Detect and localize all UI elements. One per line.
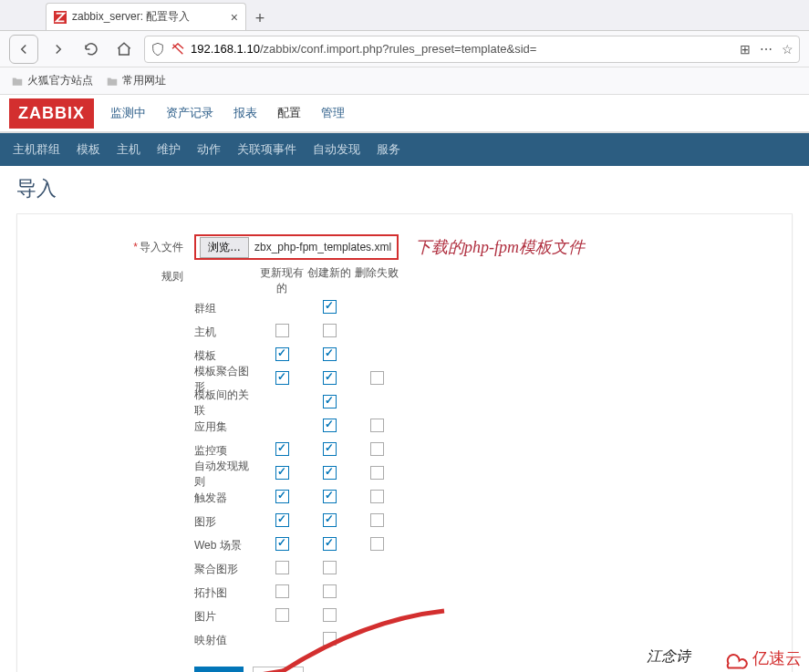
checkbox[interactable] bbox=[275, 324, 289, 337]
menu-inventory[interactable]: 资产记录 bbox=[166, 105, 213, 121]
rule-label: 应用集 bbox=[194, 419, 258, 435]
rule-row: 主机 bbox=[194, 320, 400, 344]
rule-label: 监控项 bbox=[194, 443, 258, 459]
submenu-services[interactable]: 服务 bbox=[377, 141, 400, 158]
close-tab-icon[interactable]: × bbox=[231, 10, 238, 25]
checkbox[interactable] bbox=[275, 584, 289, 598]
checkbox[interactable] bbox=[370, 513, 384, 527]
import-button[interactable]: 导入 bbox=[194, 667, 244, 672]
checkbox[interactable] bbox=[323, 608, 337, 622]
rule-label: 聚合图形 bbox=[194, 562, 258, 577]
browser-tab-strip: zabbix_server: 配置导入 × + bbox=[0, 0, 809, 31]
checkbox[interactable] bbox=[275, 442, 289, 456]
site-slash-icon bbox=[171, 42, 185, 57]
checkbox[interactable] bbox=[370, 537, 384, 551]
checkbox[interactable] bbox=[323, 466, 337, 480]
checkbox[interactable] bbox=[370, 490, 384, 503]
folder-icon bbox=[11, 75, 24, 88]
rule-label: 映射值 bbox=[194, 633, 258, 648]
file-name: zbx_php-fpm_templates.xml bbox=[253, 241, 397, 253]
back-button[interactable] bbox=[9, 35, 38, 64]
checkbox[interactable] bbox=[323, 584, 337, 598]
top-menu: 监测中 资产记录 报表 配置 管理 bbox=[110, 105, 345, 121]
checkbox[interactable] bbox=[323, 632, 337, 646]
folder-icon bbox=[106, 75, 119, 88]
checkbox[interactable] bbox=[323, 442, 337, 456]
submenu-correlation[interactable]: 关联项事件 bbox=[237, 141, 296, 158]
submenu-discovery[interactable]: 自动发现 bbox=[313, 141, 360, 158]
checkbox[interactable] bbox=[275, 371, 289, 385]
rule-label: 触发器 bbox=[194, 491, 258, 506]
checkbox[interactable] bbox=[275, 490, 289, 503]
checkbox[interactable] bbox=[275, 347, 289, 361]
checkbox[interactable] bbox=[323, 537, 337, 551]
rule-row: 群组 bbox=[194, 296, 400, 320]
rule-label: 模板间的关联 bbox=[194, 388, 258, 419]
rule-row: 图片 bbox=[194, 605, 400, 628]
browse-button[interactable]: 浏览… bbox=[200, 237, 249, 258]
rule-row: 图形 bbox=[194, 510, 400, 533]
url-text: 192.168.1.10/zabbix/conf.import.php?rule… bbox=[191, 42, 734, 56]
checkbox[interactable] bbox=[323, 561, 337, 574]
home-button[interactable] bbox=[111, 36, 137, 62]
bookmark-item[interactable]: 火狐官方站点 bbox=[11, 73, 93, 88]
checkbox[interactable] bbox=[323, 419, 337, 432]
checkbox[interactable] bbox=[275, 608, 289, 622]
submenu-templates[interactable]: 模板 bbox=[77, 141, 100, 158]
button-row: 导入 取消 bbox=[194, 667, 400, 672]
cancel-button[interactable]: 取消 bbox=[253, 667, 304, 672]
checkbox[interactable] bbox=[323, 324, 337, 337]
checkbox[interactable] bbox=[323, 371, 337, 385]
page-title: 导入 bbox=[16, 175, 793, 202]
rule-label: 图形 bbox=[194, 514, 258, 530]
bookmark-star-icon[interactable]: ☆ bbox=[782, 42, 793, 57]
file-input-box[interactable]: 浏览… zbx_php-fpm_templates.xml bbox=[194, 234, 399, 260]
rule-label: 自动发现规则 bbox=[194, 459, 258, 490]
rules-label: 规则 bbox=[39, 265, 194, 284]
new-tab-button[interactable]: + bbox=[246, 9, 274, 30]
forward-button[interactable] bbox=[46, 36, 71, 62]
bookmark-item[interactable]: 常用网址 bbox=[106, 73, 166, 88]
zabbix-favicon-icon bbox=[54, 11, 67, 24]
submenu-actions[interactable]: 动作 bbox=[197, 141, 221, 158]
checkbox[interactable] bbox=[370, 419, 384, 432]
checkbox[interactable] bbox=[370, 466, 384, 480]
rule-headers: 更新现有的 创建新的 删除失败 bbox=[258, 265, 400, 296]
zabbix-top-bar: ZABBIX 监测中 资产记录 报表 配置 管理 bbox=[0, 95, 809, 133]
checkbox[interactable] bbox=[323, 513, 337, 527]
rule-label: 模板 bbox=[194, 348, 258, 364]
checkbox[interactable] bbox=[323, 300, 337, 314]
submenu-hosts[interactable]: 主机 bbox=[117, 141, 140, 158]
watermark-logo: 亿速云 bbox=[720, 646, 802, 670]
rule-label: 图片 bbox=[194, 609, 258, 625]
qr-icon[interactable]: ⊞ bbox=[740, 42, 751, 57]
checkbox[interactable] bbox=[275, 513, 289, 527]
menu-monitoring[interactable]: 监测中 bbox=[110, 105, 146, 121]
menu-reports[interactable]: 报表 bbox=[233, 105, 257, 121]
reload-button[interactable] bbox=[78, 36, 104, 62]
browser-navbar: 192.168.1.10/zabbix/conf.import.php?rule… bbox=[0, 31, 809, 67]
checkbox[interactable] bbox=[323, 395, 337, 408]
browser-tab[interactable]: zabbix_server: 配置导入 × bbox=[46, 3, 246, 30]
submenu-hostgroups[interactable]: 主机群组 bbox=[13, 141, 60, 158]
checkbox[interactable] bbox=[323, 490, 337, 503]
url-bar[interactable]: 192.168.1.10/zabbix/conf.import.php?rule… bbox=[144, 36, 800, 63]
zabbix-sub-menu: 主机群组 模板 主机 维护 动作 关联项事件 自动发现 服务 bbox=[0, 133, 809, 166]
zabbix-logo[interactable]: ZABBIX bbox=[9, 98, 94, 129]
menu-administration[interactable]: 管理 bbox=[321, 105, 345, 121]
checkbox[interactable] bbox=[323, 347, 337, 361]
checkbox[interactable] bbox=[275, 466, 289, 480]
checkbox[interactable] bbox=[370, 371, 384, 385]
rule-row: 触发器 bbox=[194, 486, 400, 510]
checkbox[interactable] bbox=[275, 561, 289, 574]
more-actions-icon[interactable]: ⋯ bbox=[760, 42, 773, 57]
rule-label: 拓扑图 bbox=[194, 585, 258, 601]
tab-title: zabbix_server: 配置导入 bbox=[72, 9, 190, 25]
checkbox[interactable] bbox=[275, 537, 289, 551]
rule-row: 映射值 bbox=[194, 628, 400, 652]
checkbox[interactable] bbox=[370, 442, 384, 456]
menu-configuration[interactable]: 配置 bbox=[277, 105, 301, 121]
rule-label: Web 场景 bbox=[194, 538, 258, 553]
rule-row: 模板间的关联 bbox=[194, 391, 400, 415]
submenu-maintenance[interactable]: 维护 bbox=[157, 141, 181, 158]
